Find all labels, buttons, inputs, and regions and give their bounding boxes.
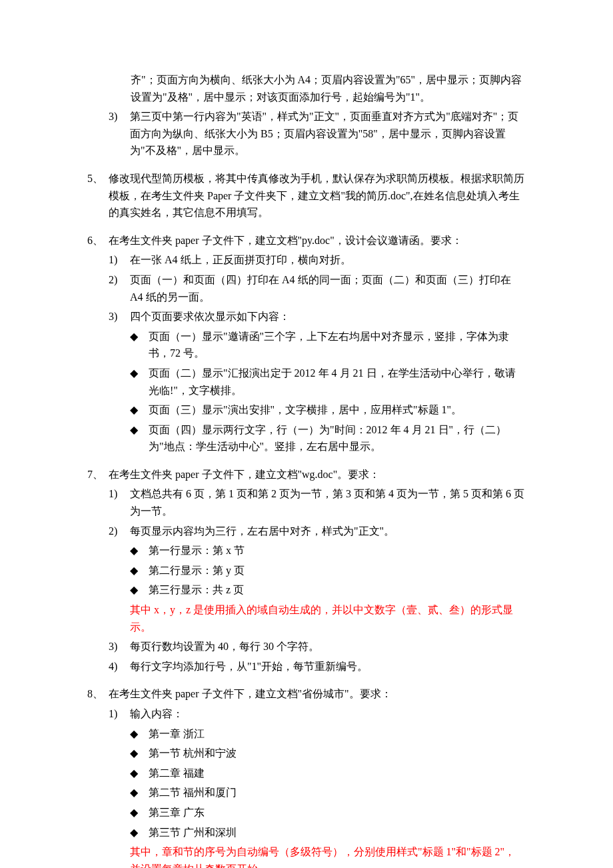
subitem-text: 第三页中第一行内容为"英语"，样式为"正文"，页面垂直对齐方式为"底端对齐"；页…: [130, 108, 526, 159]
bullet-text: 第一节 杭州和宁波: [149, 745, 526, 762]
subitem-number: 1): [109, 251, 130, 269]
note-text: 其中 x，y，z 是使用插入的域自动生成的，并以中文数字（壹、贰、叁）的形式显示…: [130, 601, 526, 635]
diamond-icon: ◆: [130, 745, 149, 762]
q7-subitem-2: 2) 每页显示内容均为三行，左右居中对齐，样式为"正文"。: [109, 523, 526, 540]
question-number: 5、: [87, 170, 109, 187]
subitem-text: 输入内容：: [130, 705, 526, 723]
diamond-icon: ◆: [130, 824, 149, 841]
q6-subitem-2: 2) 页面（一）和页面（四）打印在 A4 纸的同一面；页面（二）和页面（三）打印…: [109, 271, 526, 305]
question-text: 修改现代型简历模板，将其中传真修改为手机，默认保存为求职简历模板。根据求职简历模…: [109, 170, 526, 221]
q6-bullet-1: ◆ 页面（一）显示"邀请函"三个字，上下左右均居中对齐显示，竖排，字体为隶书，7…: [130, 328, 526, 362]
subitem-number: 1): [109, 485, 130, 503]
question-5: 5、 修改现代型简历模板，将其中传真修改为手机，默认保存为求职简历模板。根据求职…: [87, 170, 526, 221]
q8-bullet-6: ◆ 第三节 广州和深圳: [130, 824, 526, 841]
q8-bullet-3: ◆ 第二章 福建: [130, 765, 526, 782]
bullet-text: 页面（一）显示"邀请函"三个字，上下左右均居中对齐显示，竖排，字体为隶书，72 …: [149, 328, 526, 362]
bullet-text: 第二行显示：第 y 页: [149, 562, 526, 579]
diamond-icon: ◆: [130, 804, 149, 821]
q8-bullet-5: ◆ 第三章 广东: [130, 804, 526, 821]
q8-bullet-1: ◆ 第一章 浙江: [130, 725, 526, 743]
subitem-number: 4): [109, 658, 130, 675]
q6-subitem-3: 3) 四个页面要求依次显示如下内容：: [109, 308, 526, 325]
question-number: 8、: [87, 685, 109, 703]
subitem-number: 3): [109, 638, 130, 655]
q6-bullet-3: ◆ 页面（三）显示"演出安排"，文字横排，居中，应用样式"标题 1"。: [130, 401, 526, 419]
diamond-icon: ◆: [130, 365, 149, 382]
question-number: 6、: [87, 232, 109, 249]
content-text: 齐"；页面方向为横向、纸张大小为 A4；页眉内容设置为"65"，居中显示；页脚内…: [131, 74, 522, 103]
question-text: 在考生文件夹 paper 子文件下，建立文档"py.doc"，设计会议邀请函。要…: [109, 232, 526, 249]
diamond-icon: ◆: [130, 421, 149, 439]
q6-subitem-1: 1) 在一张 A4 纸上，正反面拼页打印，横向对折。: [109, 251, 526, 269]
subitem-text: 四个页面要求依次显示如下内容：: [130, 308, 526, 325]
bullet-text: 第三章 广东: [149, 804, 526, 821]
bullet-text: 第一章 浙江: [149, 725, 526, 743]
question-text: 在考生文件夹 paper 子文件下，建立文档"wg.doc"。要求：: [109, 466, 526, 483]
bullet-text: 第三节 广州和深圳: [149, 824, 526, 841]
subitem-number: 3): [109, 308, 130, 325]
q7-bullet-3: ◆ 第三行显示：共 z 页: [130, 581, 526, 599]
diamond-icon: ◆: [130, 784, 149, 801]
bullet-text: 页面（二）显示"汇报演出定于 2012 年 4 月 21 日，在学生活动中心举行…: [149, 365, 526, 399]
subitem-number: 1): [109, 705, 130, 723]
q4-subitem-continued: 齐"；页面方向为横向、纸张大小为 A4；页眉内容设置为"65"，居中显示；页脚内…: [87, 71, 526, 105]
q7-subitem-1: 1) 文档总共有 6 页，第 1 页和第 2 页为一节，第 3 页和第 4 页为…: [109, 485, 526, 519]
q7-red-note: 其中 x，y，z 是使用插入的域自动生成的，并以中文数字（壹、贰、叁）的形式显示…: [130, 601, 526, 635]
q8-red-note: 其中，章和节的序号为自动编号（多级符号），分别使用样式"标题 1"和"标题 2"…: [130, 843, 526, 868]
subitem-text: 每页行数均设置为 40，每行 30 个字符。: [130, 638, 526, 655]
diamond-icon: ◆: [130, 765, 149, 782]
bullet-text: 第三行显示：共 z 页: [149, 581, 526, 599]
diamond-icon: ◆: [130, 328, 149, 345]
q8-bullet-2: ◆ 第一节 杭州和宁波: [130, 745, 526, 762]
subitem-number: 3): [109, 108, 130, 125]
subitem-text: 每页显示内容均为三行，左右居中对齐，样式为"正文"。: [130, 523, 526, 540]
subitem-number: 2): [109, 523, 130, 540]
bullet-text: 页面（三）显示"演出安排"，文字横排，居中，应用样式"标题 1"。: [149, 401, 526, 419]
q7-subitem-4: 4) 每行文字均添加行号，从"1"开始，每节重新编号。: [109, 658, 526, 675]
subitem-text: 在一张 A4 纸上，正反面拼页打印，横向对折。: [130, 251, 526, 269]
diamond-icon: ◆: [130, 542, 149, 559]
question-number: 7、: [87, 466, 109, 483]
note-text: 其中，章和节的序号为自动编号（多级符号），分别使用样式"标题 1"和"标题 2"…: [130, 843, 526, 868]
bullet-text: 页面（四）显示两行文字，行（一）为"时间：2012 年 4 月 21 日"，行（…: [149, 421, 526, 455]
q4-subitem-3: 3) 第三页中第一行内容为"英语"，样式为"正文"，页面垂直对齐方式为"底端对齐…: [109, 108, 526, 159]
bullet-text: 第二章 福建: [149, 765, 526, 782]
subitem-text: 每行文字均添加行号，从"1"开始，每节重新编号。: [130, 658, 526, 675]
q8-subitem-1: 1) 输入内容：: [109, 705, 526, 723]
diamond-icon: ◆: [130, 725, 149, 743]
question-6: 6、 在考生文件夹 paper 子文件下，建立文档"py.doc"，设计会议邀请…: [87, 232, 526, 249]
question-7: 7、 在考生文件夹 paper 子文件下，建立文档"wg.doc"。要求：: [87, 466, 526, 483]
q6-bullet-4: ◆ 页面（四）显示两行文字，行（一）为"时间：2012 年 4 月 21 日"，…: [130, 421, 526, 455]
q8-bullet-4: ◆ 第二节 福州和厦门: [130, 784, 526, 801]
subitem-number: 2): [109, 271, 130, 289]
question-8: 8、 在考生文件夹 paper 子文件下，建立文档"省份城市"。要求：: [87, 685, 526, 703]
question-text: 在考生文件夹 paper 子文件下，建立文档"省份城市"。要求：: [109, 685, 526, 703]
bullet-text: 第一行显示：第 x 节: [149, 542, 526, 559]
q7-bullet-2: ◆ 第二行显示：第 y 页: [130, 562, 526, 579]
diamond-icon: ◆: [130, 562, 149, 579]
q7-subitem-3: 3) 每页行数均设置为 40，每行 30 个字符。: [109, 638, 526, 655]
subitem-text: 页面（一）和页面（四）打印在 A4 纸的同一面；页面（二）和页面（三）打印在 A…: [130, 271, 526, 305]
q6-bullet-2: ◆ 页面（二）显示"汇报演出定于 2012 年 4 月 21 日，在学生活动中心…: [130, 365, 526, 399]
diamond-icon: ◆: [130, 401, 149, 419]
bullet-text: 第二节 福州和厦门: [149, 784, 526, 801]
diamond-icon: ◆: [130, 581, 149, 599]
q7-bullet-1: ◆ 第一行显示：第 x 节: [130, 542, 526, 559]
subitem-text: 文档总共有 6 页，第 1 页和第 2 页为一节，第 3 页和第 4 页为一节，…: [130, 485, 526, 519]
